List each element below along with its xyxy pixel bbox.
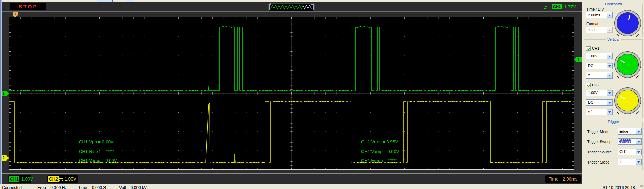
trigger-level-readout: 1.77V bbox=[564, 4, 576, 10]
trigger-level-marker[interactable]: T bbox=[574, 57, 582, 62]
timebase-status-box: Time 2.00ms bbox=[545, 175, 581, 183]
ch1-coupling-select[interactable]: DC bbox=[586, 63, 613, 69]
checkmark-icon bbox=[587, 47, 591, 50]
checkmark-icon bbox=[587, 83, 591, 87]
ch1-enable-checkbox[interactable] bbox=[586, 46, 591, 51]
knob-pointer bbox=[620, 96, 625, 100]
control-panel: Horizontal Time / DIV 2.00ms Format Y - … bbox=[582, 0, 644, 184]
ch2-volts-div-select[interactable]: 1.00V bbox=[586, 90, 613, 96]
ch2-status-box: CH2 1.00V bbox=[47, 175, 78, 183]
ch1-status-box: CH1 1.00V bbox=[8, 175, 31, 183]
channel-bar: CH1 1.00V CH2 1.00V Time 2.00ms bbox=[0, 173, 582, 184]
time-readout: Time = 0.000 S bbox=[78, 185, 106, 189]
ch2-probe-select[interactable]: x 1 bbox=[586, 109, 613, 115]
ch1-scale-value: 1.00V bbox=[21, 176, 33, 182]
ch2-scale-value: 1.00V bbox=[65, 176, 76, 182]
chevron-down-icon[interactable] bbox=[607, 73, 612, 78]
preview-right-bracket-icon[interactable] bbox=[311, 4, 314, 10]
trigger-edge-icon bbox=[543, 4, 549, 10]
horizontal-position-knob[interactable] bbox=[615, 10, 641, 36]
chevron-down-icon[interactable] bbox=[636, 159, 641, 165]
volt-readout: Volt = 0.000 kV bbox=[119, 185, 147, 189]
dc-coupling-icon bbox=[59, 178, 63, 181]
trigger-group-title: Trigger bbox=[606, 120, 621, 124]
resize-grip[interactable] bbox=[642, 185, 643, 187]
chevron-down-icon[interactable] bbox=[607, 13, 612, 18]
ch1-badge: CH1 bbox=[9, 176, 19, 182]
trigger-source-select[interactable]: CH1 bbox=[618, 149, 642, 155]
ch2-position-knob[interactable] bbox=[615, 88, 641, 114]
datetime: 31-10-2016 20:18 bbox=[603, 185, 635, 189]
chevron-down-icon[interactable] bbox=[607, 54, 612, 59]
preview-left-bracket-icon[interactable] bbox=[269, 4, 271, 10]
measurement-vamp-left: CH1:Vamp = 0.00V bbox=[79, 158, 117, 163]
vertical-group-title: Vertical bbox=[606, 37, 621, 41]
trigger-slope-select[interactable]: + bbox=[618, 159, 642, 165]
trigger-mode-select[interactable]: Edge bbox=[618, 128, 642, 135]
window-left-edge bbox=[0, 0, 2, 184]
trigger-sweep-label: Trigger Sweep bbox=[587, 140, 611, 144]
divider bbox=[600, 185, 600, 189]
trigger-source-badge: CH1 bbox=[552, 4, 562, 9]
waveform-plot: CH1:Vpp = 0.00V CH1:RiseT = ***** CH1:Va… bbox=[9, 17, 574, 170]
trigger-sweep-select[interactable]: Single bbox=[618, 138, 642, 145]
measurement-riset: CH1:RiseT = ***** bbox=[79, 149, 114, 154]
chevron-down-icon bbox=[607, 28, 612, 33]
freq-readout: Freq = 0.000 Hz bbox=[37, 185, 67, 189]
ch1-checkbox-label: CH1 bbox=[592, 46, 599, 50]
timebase-value: 2.00ms bbox=[563, 176, 577, 182]
ch2-enable-checkbox[interactable] bbox=[586, 83, 591, 87]
stop-button[interactable]: STOP bbox=[10, 3, 46, 10]
ch2-badge: CH2 bbox=[48, 176, 59, 182]
format-label: Format bbox=[586, 22, 598, 26]
scope-top-bar: STOP T CH1 1.77V bbox=[0, 2, 582, 11]
format-select: Y - T bbox=[586, 27, 613, 33]
trigger-slope-label: Trigger Slope bbox=[587, 160, 610, 164]
measurement-frequ: CH1:Frequ = ***** bbox=[361, 158, 397, 163]
oscilloscope-app: STOP T CH1 1.77V T 1 2 T CH1:Vpp = 0.00V… bbox=[0, 0, 644, 189]
ch1-position-knob[interactable] bbox=[615, 52, 641, 78]
time-div-label: Time / DIV bbox=[586, 7, 604, 11]
waveform-canvas bbox=[9, 17, 574, 169]
chevron-down-icon[interactable] bbox=[636, 149, 641, 154]
ch2-coupling-select[interactable]: DC bbox=[586, 99, 613, 106]
time-div-select[interactable]: 2.00ms bbox=[586, 12, 613, 18]
measurement-vpp: CH1:Vpp = 0.00V bbox=[79, 139, 114, 144]
chevron-down-icon[interactable] bbox=[607, 109, 612, 115]
connection-status: Connected bbox=[2, 185, 22, 189]
status-bar: Connected Freq = 0.000 Hz Time = 0.000 S… bbox=[0, 184, 644, 189]
chevron-down-icon[interactable] bbox=[607, 90, 612, 96]
trigger-position-marker[interactable]: T bbox=[13, 12, 18, 17]
measurement-vamp-right: CH1:Vamp = 0.00V bbox=[361, 149, 399, 154]
preview-waveform bbox=[269, 4, 314, 11]
chevron-down-icon[interactable] bbox=[607, 100, 612, 105]
chevron-down-icon[interactable] bbox=[636, 139, 641, 144]
ch2-zero-marker[interactable]: 2 bbox=[1, 155, 9, 161]
timebase-label: Time bbox=[549, 176, 558, 182]
chevron-down-icon[interactable] bbox=[607, 63, 612, 68]
ch2-checkbox-label: CH2 bbox=[592, 83, 599, 87]
ch1-probe-select[interactable]: x 1 bbox=[586, 72, 613, 79]
trigger-mode-label: Trigger Mode bbox=[587, 130, 609, 134]
measurement-vrms: CH1:Vrms = 3.96V bbox=[361, 139, 398, 144]
scope-display-frame: T 1 2 T CH1:Vpp = 0.00V CH1:RiseT = ****… bbox=[0, 11, 582, 174]
horizontal-group-title: Horizontal bbox=[603, 2, 624, 6]
trigger-readout: CH1 1.77V bbox=[543, 3, 576, 10]
trigger-position-preview[interactable]: T bbox=[268, 3, 315, 11]
trigger-source-label: Trigger Source bbox=[587, 150, 612, 154]
chevron-down-icon[interactable] bbox=[636, 129, 641, 134]
ch1-volts-div-select[interactable]: 1.00V bbox=[586, 53, 613, 59]
knob-pointer bbox=[620, 60, 625, 63]
ch1-zero-marker[interactable]: 1 bbox=[1, 91, 9, 96]
knob-pointer bbox=[628, 15, 630, 20]
